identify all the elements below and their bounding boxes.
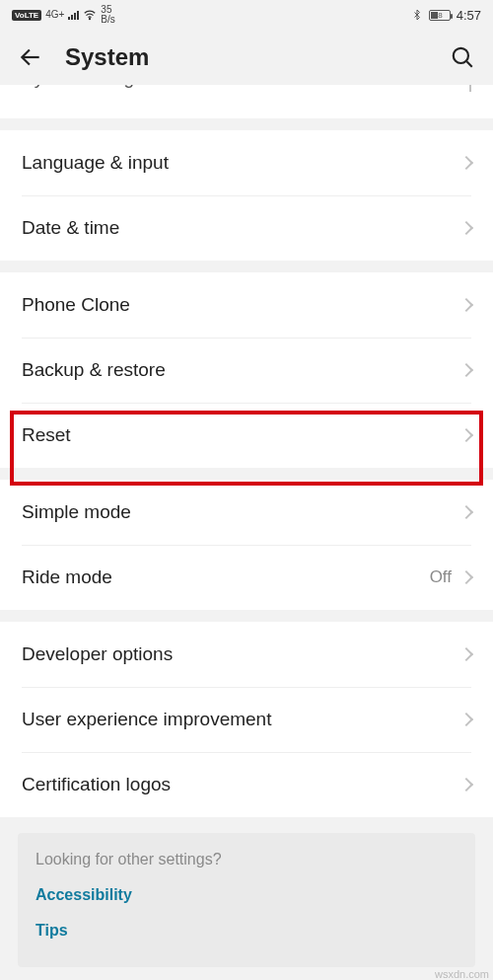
row-label: Certification logos <box>22 774 171 795</box>
row-label: Phone Clone <box>22 294 130 316</box>
settings-row-language-input[interactable]: Language & input <box>0 130 493 195</box>
settings-row-phone-clone[interactable]: Phone Clone <box>0 272 493 338</box>
svg-point-0 <box>90 19 91 20</box>
chevron-right-icon <box>459 778 473 792</box>
chevron-right-icon <box>469 85 471 93</box>
settings-group: Phone Clone Backup & restore Reset <box>0 272 493 468</box>
row-label: Backup & restore <box>22 359 166 381</box>
row-label: Developer options <box>22 643 173 665</box>
settings-row-ride-mode[interactable]: Ride mode Off <box>0 545 493 610</box>
row-label: User experience improvement <box>22 709 271 730</box>
back-icon[interactable] <box>18 44 43 70</box>
svg-point-1 <box>454 48 468 63</box>
settings-row-date-time[interactable]: Date & time <box>0 195 493 261</box>
row-label: Simple mode <box>22 501 131 523</box>
settings-group: Simple mode Ride mode Off <box>0 480 493 610</box>
signal-icon <box>68 11 79 20</box>
volte-badge: VoLTE <box>12 10 41 21</box>
header-bar: System <box>0 30 493 85</box>
clock: 4:57 <box>457 8 481 23</box>
page-title: System <box>65 43 428 71</box>
status-bar: VoLTE 4G+ 35 B/s 38 4:57 <box>0 0 493 30</box>
chevron-right-icon <box>459 428 473 442</box>
battery-icon: 38 <box>429 10 451 21</box>
footer-card: Looking for other settings? Accessibilit… <box>18 833 475 967</box>
settings-row-reset[interactable]: Reset <box>0 403 493 468</box>
settings-row-developer-options[interactable]: Developer options <box>0 622 493 687</box>
chevron-right-icon <box>459 363 473 377</box>
speed-unit: B/s <box>101 15 114 25</box>
settings-row-user-experience[interactable]: User experience improvement <box>0 687 493 752</box>
settings-list: System navigation Language & input Date … <box>0 85 493 967</box>
chevron-right-icon <box>459 570 473 584</box>
settings-group: Language & input Date & time <box>0 130 493 261</box>
settings-row-certification-logos[interactable]: Certification logos <box>0 752 493 817</box>
chevron-right-icon <box>459 298 473 312</box>
settings-row-backup-restore[interactable]: Backup & restore <box>0 338 493 403</box>
row-label: Reset <box>22 424 71 446</box>
footer-link-tips[interactable]: Tips <box>35 922 458 940</box>
bluetooth-icon <box>411 9 423 21</box>
wifi-icon <box>83 8 97 22</box>
chevron-right-icon <box>459 221 473 235</box>
watermark: wsxdn.com <box>435 968 489 980</box>
row-label: Ride mode <box>22 566 112 588</box>
row-label: Date & time <box>22 217 119 239</box>
search-icon[interactable] <box>450 44 475 70</box>
chevron-right-icon <box>459 505 473 519</box>
chevron-right-icon <box>459 713 473 726</box>
settings-row-simple-mode[interactable]: Simple mode <box>0 480 493 545</box>
settings-group: Developer options User experience improv… <box>0 622 493 817</box>
network-type: 4G+ <box>45 10 64 20</box>
chevron-right-icon <box>459 156 473 170</box>
settings-row-system-navigation[interactable]: System navigation <box>0 85 493 118</box>
footer-prompt: Looking for other settings? <box>35 851 458 868</box>
footer-link-accessibility[interactable]: Accessibility <box>35 886 458 904</box>
row-label: Language & input <box>22 152 169 174</box>
row-label: System navigation <box>22 85 175 89</box>
row-value: Off <box>430 567 452 587</box>
chevron-right-icon <box>459 647 473 661</box>
